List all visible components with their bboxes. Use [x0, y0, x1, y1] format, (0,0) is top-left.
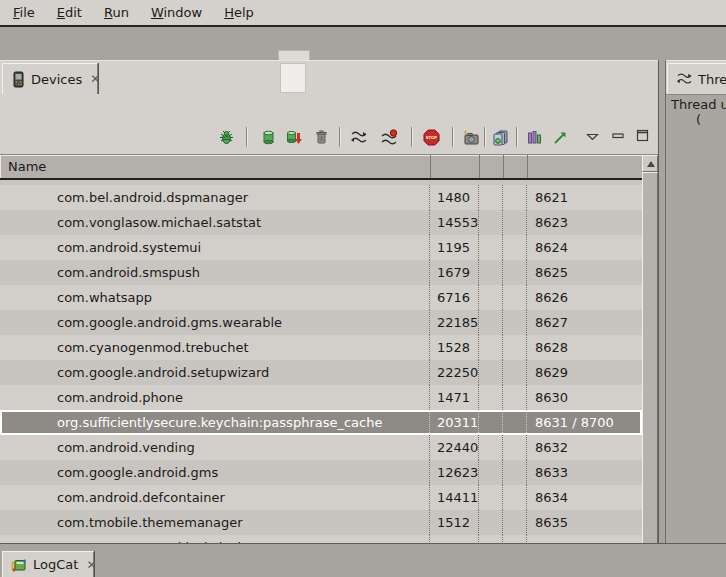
- system-info-icon[interactable]: [526, 129, 543, 146]
- empty-cell: [479, 185, 503, 210]
- update-threads-icon[interactable]: [350, 129, 367, 146]
- empty-cell: [503, 485, 527, 510]
- threads-message-line1: Thread updates not enabled for selected …: [671, 97, 726, 112]
- tree-arrow-icon[interactable]: [552, 129, 569, 146]
- table-row[interactable]: com.google.android.setupwizard 22250 862…: [0, 360, 642, 385]
- screen-capture-icon[interactable]: [462, 129, 479, 146]
- process-pid-cell: 1512: [430, 510, 479, 535]
- menu-item[interactable]: Run: [93, 0, 140, 25]
- toolbar-drag-handle[interactable]: [278, 50, 310, 60]
- toolbar-separator: [411, 127, 412, 147]
- threads-message-area: Thread updates not enabled for selected …: [666, 94, 726, 544]
- stop-process-icon[interactable]: STOP: [423, 129, 440, 146]
- process-port-cell: 8623: [527, 210, 642, 235]
- close-icon[interactable]: ✕: [90, 72, 100, 86]
- threads-message-line2: (: [696, 112, 701, 127]
- process-pid-cell: 1480: [430, 185, 479, 210]
- table-row[interactable]: com.android.systemui 1195 8624: [0, 235, 642, 260]
- empty-cell: [479, 360, 503, 385]
- toolbar-separator: [516, 127, 517, 147]
- process-port-cell: 8630: [527, 385, 642, 410]
- table-row[interactable]: com.google.android.gms.wearable 22185 86…: [0, 310, 642, 335]
- empty-cell: [479, 410, 503, 435]
- tab-logcat-label: LogCat: [33, 557, 78, 572]
- empty-cell: [479, 310, 503, 335]
- dump-hprof-icon[interactable]: [285, 129, 302, 146]
- main-toolbar-band: [0, 27, 726, 60]
- process-pid-cell: 22250: [430, 360, 479, 385]
- process-port-cell: 8626: [527, 285, 642, 310]
- process-pid-cell: 1195: [430, 235, 479, 260]
- tab-logcat[interactable]: LogCat ✕: [2, 551, 94, 577]
- empty-cell: [479, 260, 503, 285]
- process-port-cell: 8632: [527, 435, 642, 460]
- table-row[interactable]: com.android.phone 1471 8630: [0, 385, 642, 410]
- process-name-cell: com.android.defcontainer: [0, 485, 430, 510]
- column-divider[interactable]: [503, 155, 504, 178]
- start-method-profiling-icon[interactable]: [381, 129, 398, 146]
- process-port-cell: 8633: [527, 460, 642, 485]
- view-menu-icon[interactable]: [586, 133, 603, 150]
- empty-cell: [503, 385, 527, 410]
- empty-cell: [479, 385, 503, 410]
- process-port-cell: 8628: [527, 335, 642, 360]
- empty-cell: [479, 460, 503, 485]
- table-row[interactable]: com.bel.android.dspmanager 1480 8621: [0, 185, 642, 210]
- table-row[interactable]: com.cyanogenmod.trebuchet 1528 8628: [0, 335, 642, 360]
- empty-cell: [479, 510, 503, 535]
- empty-cell: [503, 410, 527, 435]
- table-row[interactable]: com.android.smspush 1679 8625: [0, 260, 642, 285]
- vertical-scroll-thumb[interactable]: [642, 172, 658, 567]
- empty-cell: [503, 185, 527, 210]
- active-icon-highlight: [280, 63, 306, 93]
- table-row[interactable]: com.google.android.gms 12623 8633: [0, 460, 642, 485]
- minimize-icon[interactable]: [612, 133, 629, 150]
- maximize-icon[interactable]: [636, 129, 653, 146]
- device-view-icon[interactable]: [492, 129, 509, 146]
- tab-devices[interactable]: Devices ✕: [2, 63, 98, 94]
- process-name-cell: com.android.smspush: [0, 260, 430, 285]
- process-name-cell: com.google.android.setupwizard: [0, 360, 430, 385]
- svg-text:STOP: STOP: [426, 135, 438, 140]
- close-icon[interactable]: ✕: [86, 558, 96, 572]
- devices-view: Devices ✕: [0, 60, 659, 543]
- process-port-cell: 8635: [527, 510, 642, 535]
- update-heap-icon[interactable]: [260, 129, 277, 146]
- tab-devices-label: Devices: [31, 72, 82, 87]
- empty-cell: [479, 435, 503, 460]
- process-port-cell: 8631 / 8700: [527, 410, 642, 435]
- process-port-cell: 8634: [527, 485, 642, 510]
- scroll-up-button[interactable]: [642, 155, 658, 172]
- menu-bar: File Edit Run Window Help: [0, 0, 726, 27]
- process-table-body: com.bel.android.dspmanager 1480 8621 com…: [0, 180, 642, 577]
- menu-item[interactable]: Edit: [46, 0, 93, 25]
- process-pid-cell: 22440: [430, 435, 479, 460]
- table-row[interactable]: com.android.vending 22440 8632: [0, 435, 642, 460]
- process-pid-cell: 14553: [430, 210, 479, 235]
- table-row[interactable]: com.vonglasow.michael.satstat 14553 8623: [0, 210, 642, 235]
- process-port-cell: 8625: [527, 260, 642, 285]
- cause-gc-icon[interactable]: [313, 129, 330, 146]
- tab-threads[interactable]: Threads: [667, 63, 726, 94]
- table-row[interactable]: com.android.defcontainer 14411 8634: [0, 485, 642, 510]
- tab-threads-label: Threads: [698, 72, 726, 87]
- empty-cell: [479, 335, 503, 360]
- table-row[interactable]: org.sufficientlysecure.keychain:passphra…: [0, 410, 642, 435]
- column-divider[interactable]: [430, 155, 431, 178]
- empty-cell: [479, 485, 503, 510]
- table-row[interactable]: com.tmobile.thememanager 1512 8635: [0, 510, 642, 535]
- menu-item[interactable]: Window: [140, 0, 213, 25]
- menu-item[interactable]: File: [2, 0, 46, 25]
- menu-item[interactable]: Help: [213, 0, 265, 25]
- column-divider[interactable]: [527, 155, 528, 178]
- column-divider[interactable]: [479, 155, 480, 178]
- process-name-cell: com.google.android.gms: [0, 460, 430, 485]
- process-port-cell: 8621: [527, 185, 642, 210]
- vertical-scrollbar[interactable]: [642, 155, 658, 577]
- debug-process-icon[interactable]: [218, 129, 235, 146]
- bottom-view-strip: LogCat ✕: [0, 543, 726, 577]
- ddms-window: File Edit Run Window Help Devices ✕: [0, 0, 726, 577]
- toolbar-separator: [246, 127, 247, 147]
- process-port-cell: 8627: [527, 310, 642, 335]
- table-row[interactable]: com.whatsapp 6716 8626: [0, 285, 642, 310]
